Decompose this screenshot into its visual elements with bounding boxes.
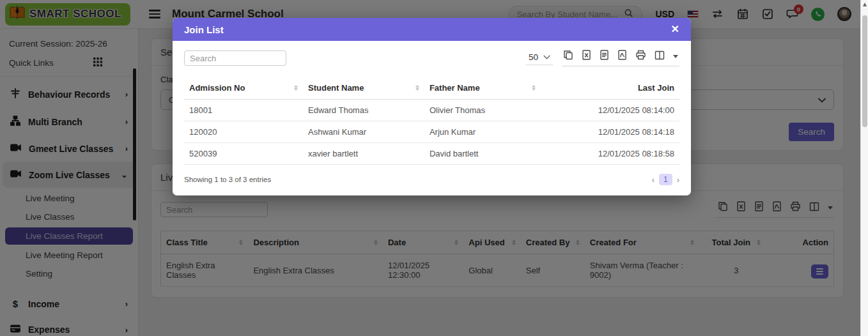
cell-student-name: xavier bartlett [303,143,424,165]
join-list-table: Admission No Student Name Father Name La… [184,77,679,165]
csv-export-icon[interactable] [600,50,609,63]
sort-icon [527,85,536,91]
page-length-value: 50 [529,52,538,62]
cell-father-name: Arjun Kumar [424,121,541,143]
pagination-page-1[interactable]: 1 [659,174,672,185]
col-student-name[interactable]: Student Name [303,77,424,100]
cell-father-name: Olivier Thomas [424,100,541,121]
cell-student-name: Edward Thomas [303,100,424,121]
modal-title: Join List [184,24,224,35]
cell-student-name: Ashwani Kumar [303,121,424,143]
cell-father-name: David bartlett [424,143,541,165]
join-list-row: 18001 Edward Thomas Olivier Thomas 12/01… [184,100,679,121]
col-father-name[interactable]: Father Name [424,77,541,100]
cell-last-join: 12/01/2025 08:18:58 [541,143,679,165]
pagination-next[interactable]: › [677,175,679,185]
join-list-modal: Join List ✕ 50 [173,18,691,195]
entries-info: Showing 1 to 3 of 3 entries [184,176,271,183]
pagination: ‹ 1 › [652,174,679,185]
col-last-join[interactable]: Last Join [541,77,679,100]
pagination-prev[interactable]: ‹ [652,175,655,185]
scroll-up-arrow-icon[interactable] [863,3,867,6]
scrollbar-thumb[interactable] [862,15,867,127]
sort-icon [410,85,419,91]
cell-last-join: 12/01/2025 08:14:00 [541,100,679,121]
cell-admission-no: 520039 [184,143,303,165]
modal-header: Join List ✕ [173,18,691,41]
copy-icon[interactable] [563,50,573,63]
col-admission-no[interactable]: Admission No [184,77,303,100]
modal-export-toolbar [562,50,679,66]
join-list-header-row: Admission No Student Name Father Name La… [184,77,679,100]
close-icon[interactable]: ✕ [671,24,679,34]
column-visibility-icon[interactable] [655,50,665,63]
pdf-export-icon[interactable] [617,50,627,63]
page-length-select[interactable]: 50 [526,51,553,65]
cell-admission-no: 120020 [184,121,303,143]
sort-icon [289,85,298,91]
join-list-row: 520039 xavier bartlett David bartlett 12… [184,143,679,165]
caret-down-icon[interactable] [673,55,678,58]
modal-search-input[interactable] [184,50,286,66]
page-scrollbar[interactable] [860,0,868,336]
cell-last-join: 12/01/2025 08:14:18 [541,121,679,143]
cell-admission-no: 18001 [184,100,303,121]
excel-export-icon[interactable] [582,50,591,63]
join-list-row: 120020 Ashwani Kumar Arjun Kumar 12/01/2… [184,121,679,143]
print-icon[interactable] [635,50,646,63]
